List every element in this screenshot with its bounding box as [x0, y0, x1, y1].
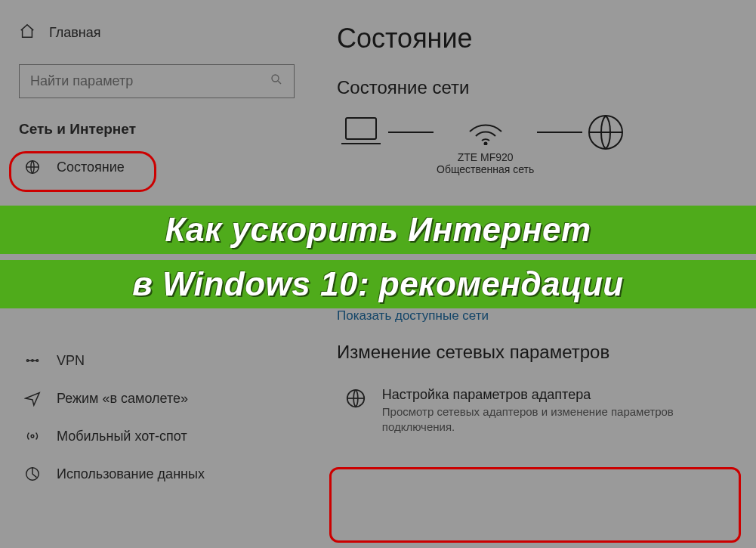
- svg-point-6: [31, 435, 34, 438]
- connection-line: [537, 132, 582, 133]
- sidebar-item-hotspot[interactable]: Мобильный хот-спот: [19, 417, 295, 455]
- sidebar: Главная Найти параметр Сеть и Интернет С…: [0, 0, 313, 548]
- change-network-params-heading: Изменение сетевых параметров: [337, 342, 733, 363]
- sidebar-item-label: Состояние: [57, 159, 125, 175]
- airplane-icon: [23, 390, 42, 407]
- hotspot-icon: [23, 428, 42, 444]
- sidebar-item-label: Режим «в самолете»: [57, 391, 188, 407]
- network-type: Общественная сеть: [437, 163, 534, 175]
- sidebar-category: Сеть и Интернет: [19, 121, 295, 138]
- sidebar-item-label: Мобильный хот-спот: [57, 429, 187, 444]
- link-change-connection-props[interactable]: Изменить свойства подключения: [337, 286, 733, 301]
- svg-point-0: [272, 75, 279, 82]
- sidebar-item-airplane[interactable]: Режим «в самолете»: [19, 379, 295, 417]
- svg-rect-8: [346, 118, 376, 139]
- sidebar-item-label: VPN: [57, 353, 85, 369]
- vpn-icon: [23, 352, 42, 369]
- search-input[interactable]: Найти параметр: [19, 64, 295, 98]
- network-name: ZTE MF920: [458, 151, 514, 163]
- home-link[interactable]: Главная: [19, 23, 295, 43]
- search-icon: [270, 73, 283, 90]
- adapter-option-desc: Просмотр сетевых адаптеров и изменение п…: [382, 404, 726, 435]
- network-diagram: ZTE MF920 Общественная сеть: [337, 112, 733, 175]
- home-label: Главная: [49, 25, 101, 41]
- svg-point-3: [26, 360, 28, 361]
- sidebar-item-data-usage[interactable]: Использование данных: [19, 455, 295, 493]
- sidebar-item-vpn[interactable]: VPN: [19, 342, 295, 379]
- main-content: Состояние Состояние сети ZTE MF920 Общес…: [313, 0, 756, 548]
- sidebar-item-status[interactable]: Состояние: [19, 148, 295, 186]
- page-title: Состояние: [337, 23, 733, 54]
- svg-point-4: [32, 360, 33, 361]
- svg-point-5: [36, 360, 38, 361]
- connection-line: [388, 132, 434, 133]
- adapter-option-title: Настройка параметров адаптера: [382, 387, 726, 403]
- sidebar-item-label: Использование данных: [57, 466, 205, 482]
- globe-icon: [344, 387, 369, 435]
- network-status-heading: Состояние сети: [337, 77, 733, 98]
- globe-icon: [585, 112, 626, 175]
- home-icon: [19, 23, 35, 43]
- settings-window: Главная Найти параметр Сеть и Интернет С…: [0, 0, 756, 548]
- laptop-icon: [337, 113, 385, 174]
- link-show-available-networks[interactable]: Показать доступные сети: [337, 308, 733, 324]
- adapter-settings-option[interactable]: Настройка параметров адаптера Просмотр с…: [337, 376, 733, 446]
- svg-point-9: [484, 143, 486, 145]
- search-placeholder: Найти параметр: [30, 73, 133, 89]
- data-usage-icon: [23, 466, 42, 482]
- globe-icon: [23, 159, 42, 175]
- wifi-icon: [464, 112, 508, 148]
